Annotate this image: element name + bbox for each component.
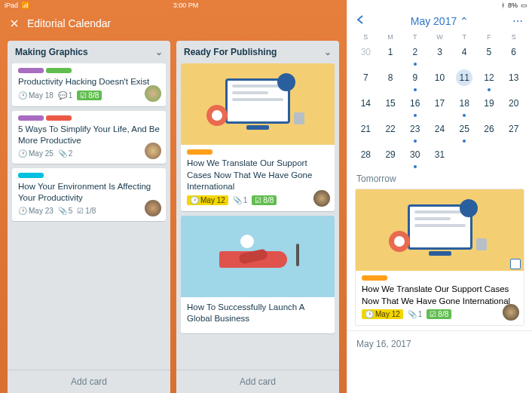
calendar-day[interactable]: 9: [402, 69, 427, 86]
checklist-badge: ☑ 8/8: [427, 309, 451, 319]
calendar-day[interactable]: 22: [378, 121, 403, 137]
agenda-card[interactable]: How We Translate Our Support Cases Now T…: [355, 189, 524, 326]
due-badge: 🕑 May 12: [362, 309, 403, 319]
chevron-down-icon[interactable]: ⌄: [324, 47, 332, 57]
lists-row: Making Graphics ⌄ Productivity Hacking D…: [0, 36, 347, 393]
calendar-day[interactable]: 23: [402, 121, 427, 137]
calendar-day[interactable]: 24: [427, 121, 452, 137]
calendar-day[interactable]: 12: [477, 69, 502, 86]
card[interactable]: How To Successfully Launch A Global Busi…: [181, 216, 335, 333]
card[interactable]: How Your Environment Is Affecting Your P…: [12, 168, 166, 221]
calendar-day[interactable]: 17: [427, 95, 452, 112]
calendar-day[interactable]: 14: [353, 95, 378, 112]
calendar-day[interactable]: 25: [452, 121, 477, 137]
calendar-day[interactable]: 18: [452, 95, 477, 112]
card-title: Productivity Hacking Doesn't Exist: [18, 76, 160, 88]
agenda-section-label: May 16, 2017: [347, 330, 532, 354]
avatar: [145, 85, 161, 102]
wifi-icon: 📶: [21, 2, 29, 9]
status-bar-left: iPad 📶 3:00 PM: [0, 0, 347, 11]
card-cover: [356, 189, 524, 271]
calendar-day[interactable]: [477, 146, 502, 163]
board-header: Editorial Calendar: [0, 11, 347, 36]
calendar-day[interactable]: 30: [402, 146, 427, 163]
chevron-up-icon: ⌃: [460, 15, 469, 27]
calendar-day[interactable]: 31: [427, 146, 452, 163]
card[interactable]: Productivity Hacking Doesn't Exist 🕑 May…: [12, 63, 166, 106]
calendar-day[interactable]: 15: [378, 95, 403, 112]
avatar: [145, 200, 161, 216]
chevron-down-icon[interactable]: ⌄: [155, 47, 163, 57]
calendar-day[interactable]: 29: [378, 146, 403, 163]
calendar-grid: 3012345678910111213141516171819202122232…: [347, 42, 532, 166]
back-icon[interactable]: [355, 14, 367, 29]
card[interactable]: 5 Ways To Simplify Your Life, And Be Mor…: [12, 111, 166, 164]
calendar-day[interactable]: 16: [402, 95, 427, 112]
calendar-day[interactable]: 7: [353, 69, 378, 86]
calendar-day[interactable]: 30: [353, 44, 378, 60]
card-title: How We Translate Our Support Cases Now T…: [362, 284, 518, 307]
calendar-day[interactable]: [501, 146, 526, 163]
attachment-badge: 📎 1: [233, 196, 248, 204]
list-making-graphics: Making Graphics ⌄ Productivity Hacking D…: [8, 41, 170, 393]
more-icon[interactable]: ⋯: [512, 15, 524, 27]
avatar: [145, 143, 161, 159]
calendar-day[interactable]: 4: [452, 44, 477, 60]
checkbox-icon[interactable]: [510, 259, 521, 269]
calendar-day[interactable]: [452, 146, 477, 163]
calendar-panel: ᚼ 8% ▭ May 2017 ⌃ ⋯ SMTWTFS 301234567891…: [347, 0, 532, 393]
calendar-day[interactable]: 6: [501, 44, 526, 60]
due-badge: 🕑 May 18: [18, 91, 54, 100]
list-ready-publishing: Ready For Publishing ⌄ How We Translate …: [176, 41, 339, 393]
device-label: iPad: [5, 2, 18, 9]
add-card-button[interactable]: Add card: [8, 370, 170, 393]
calendar-day[interactable]: 10: [427, 69, 452, 86]
card-title: How We Translate Our Support Cases Now T…: [187, 158, 329, 193]
bluetooth-icon: ᚼ: [501, 2, 505, 9]
battery-icon: ▭: [521, 2, 527, 9]
checklist-badge: ☑ 8/8: [252, 195, 277, 205]
label-purple: [18, 68, 44, 73]
card-title: How Your Environment Is Affecting Your P…: [18, 181, 160, 204]
status-bar-right: ᚼ 8% ▭: [347, 0, 532, 11]
card-title: How To Successfully Launch A Global Busi…: [187, 302, 329, 325]
attachment-badge: 📎 2: [58, 149, 73, 158]
label-green: [46, 68, 72, 73]
add-card-button[interactable]: Add card: [176, 370, 339, 393]
calendar-day[interactable]: 1: [378, 44, 403, 60]
list-title: Making Graphics: [15, 47, 88, 57]
board-title: Editorial Calendar: [27, 17, 111, 29]
calendar-day[interactable]: 13: [501, 69, 526, 86]
calendar-day[interactable]: 19: [477, 95, 502, 112]
calendar-day[interactable]: 8: [378, 69, 403, 86]
due-badge: 🕑 May 25: [18, 149, 54, 158]
list-title: Ready For Publishing: [184, 47, 277, 57]
card-cover: [181, 63, 335, 145]
close-icon[interactable]: [9, 18, 20, 29]
calendar-title[interactable]: May 2017 ⌃: [411, 15, 469, 27]
battery-label: 8%: [508, 2, 518, 9]
card-title: 5 Ways To Simplify Your Life, And Be Mor…: [18, 124, 160, 147]
avatar: [313, 190, 330, 207]
board-panel: iPad 📶 3:00 PM Editorial Calendar Making…: [0, 0, 347, 393]
calendar-day[interactable]: 3: [427, 44, 452, 60]
calendar-day[interactable]: 27: [501, 121, 526, 137]
calendar-day[interactable]: 5: [477, 44, 502, 60]
calendar-day[interactable]: 11: [452, 69, 477, 86]
avatar: [503, 304, 519, 321]
card-labels: [18, 68, 160, 73]
weekday-row: SMTWTFS: [347, 30, 532, 42]
calendar-day[interactable]: 20: [501, 95, 526, 112]
clock: 3:00 PM: [29, 2, 342, 9]
list-header[interactable]: Ready For Publishing ⌄: [176, 41, 339, 63]
card[interactable]: How We Translate Our Support Cases Now T…: [181, 63, 335, 211]
due-badge: 🕑 May 23: [18, 207, 54, 215]
calendar-day[interactable]: 26: [477, 121, 502, 137]
calendar-day[interactable]: 28: [353, 146, 378, 163]
list-header[interactable]: Making Graphics ⌄: [8, 41, 170, 63]
comment-badge: 💬 1: [58, 91, 73, 100]
calendar-day[interactable]: 2: [402, 44, 427, 60]
attachment-badge: 📎 5: [58, 207, 73, 215]
attachment-badge: 📎 1: [408, 310, 423, 318]
calendar-day[interactable]: 21: [353, 121, 378, 137]
